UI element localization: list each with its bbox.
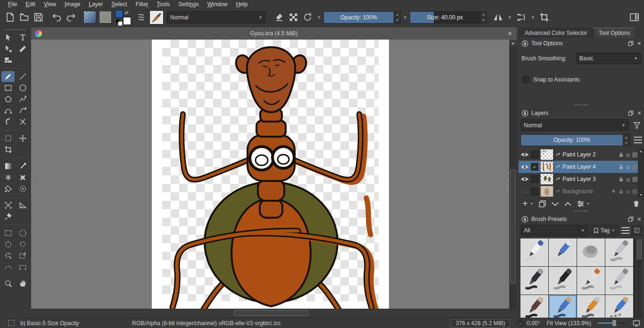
layer-blending-mode-combo[interactable]: Normal ▼ <box>520 119 629 131</box>
polyline-tool[interactable] <box>16 94 29 105</box>
layer-thumbnail[interactable] <box>540 149 553 160</box>
layer-visibility-icon[interactable] <box>520 152 529 157</box>
size-spinner[interactable]: ▲▼ <box>480 11 487 24</box>
menu-item-file[interactable]: File <box>4 0 21 8</box>
brush-preset-airbrush-pen[interactable] <box>605 238 633 266</box>
layer-checkbox[interactable] <box>531 188 538 195</box>
menu-item-select[interactable]: Select <box>107 0 131 8</box>
menu-item-window[interactable]: Window <box>203 0 232 8</box>
new-document-button[interactable] <box>3 10 17 25</box>
splitter-handle[interactable] <box>31 178 34 192</box>
layer-list-scrollbar[interactable]: ▲▼ <box>638 148 644 197</box>
edit-shapes-tool[interactable] <box>1 43 15 54</box>
preset-grid-scrollbar[interactable]: ▼ <box>636 238 642 323</box>
layer-row-paint-layer-3[interactable]: Paint Layer 3α <box>519 173 644 185</box>
layer-checkbox[interactable] <box>531 175 538 183</box>
open-document-button[interactable] <box>17 10 31 25</box>
close-docker-icon[interactable]: × <box>637 110 641 116</box>
menu-item-image[interactable]: Image <box>60 0 84 8</box>
zoom-slider[interactable] <box>598 322 626 324</box>
brush-preset-ink-pen[interactable] <box>520 267 548 295</box>
enclose-fill-tool[interactable] <box>16 183 29 194</box>
ellipse-tool[interactable] <box>16 82 29 93</box>
duplicate-layer-button[interactable] <box>538 200 546 208</box>
preset-view-mode-icon[interactable] <box>621 227 630 234</box>
horizontal-scrollbar-thumb[interactable] <box>234 310 308 316</box>
tab-advanced-color-selector[interactable]: Advanced Color Selector <box>520 28 593 38</box>
chevron-down-icon[interactable]: ▼ <box>528 15 537 20</box>
chevron-down-icon[interactable]: ▼ <box>530 202 534 206</box>
patterns-tool[interactable] <box>1 55 15 66</box>
foreground-background-colors[interactable]: ⇄ <box>115 10 132 25</box>
fullscreen-icon[interactable] <box>633 320 640 327</box>
color-sampler-tool[interactable] <box>16 161 29 172</box>
add-layer-button[interactable]: + <box>522 200 528 207</box>
freehand-brush-tool[interactable] <box>1 71 15 82</box>
brush-preset-fineliner[interactable] <box>577 267 605 295</box>
preset-scrollbar-thumb[interactable] <box>637 239 642 259</box>
menu-item-view[interactable]: View <box>40 0 60 8</box>
float-docker-icon[interactable] <box>628 41 634 46</box>
preserve-alpha-button[interactable] <box>286 10 300 25</box>
canvas-rotation-icon[interactable]: ↔ <box>517 320 524 327</box>
polygon-select-tool[interactable] <box>1 239 15 250</box>
layer-row-paint-layer-2[interactable]: Paint Layer 2α <box>519 148 644 161</box>
move-layer-down-button[interactable] <box>551 200 559 208</box>
rectangle-tool[interactable] <box>1 82 15 93</box>
gradient-tool[interactable] <box>1 161 15 172</box>
brush-preset-eraser-circle[interactable] <box>520 238 548 266</box>
vertical-scrollbar[interactable]: ▲ <box>509 40 517 309</box>
brush-size-slider[interactable]: Size: 40.00 px <box>410 11 480 24</box>
docker-lock-icon[interactable] <box>521 110 528 117</box>
preset-details-icon[interactable] <box>632 225 642 236</box>
contiguous-select-tool[interactable] <box>16 250 29 261</box>
move-layer-up-button[interactable] <box>564 200 572 208</box>
choose-workspace-button[interactable] <box>627 10 641 25</box>
eraser-mode-button[interactable] <box>272 10 286 25</box>
dynamic-brush-tool[interactable] <box>1 116 15 127</box>
reload-preset-button[interactable] <box>300 10 314 25</box>
layer-filter-icon[interactable] <box>633 121 641 130</box>
transform-tool[interactable] <box>1 133 15 144</box>
layer-properties-button[interactable] <box>577 200 585 208</box>
polygon-tool[interactable] <box>1 94 15 105</box>
undo-button[interactable] <box>50 10 64 25</box>
zoom-tool[interactable] <box>1 278 15 289</box>
select-shapes-tool[interactable] <box>1 32 15 43</box>
vertical-scrollbar-thumb[interactable] <box>510 170 516 284</box>
crop-toolbar-button[interactable] <box>537 10 552 25</box>
docker-lock-icon[interactable] <box>521 216 528 223</box>
brush-preset-eraser-stick[interactable] <box>549 238 577 266</box>
layer-opacity-slider[interactable]: Opacity: 100% <box>520 134 623 146</box>
crop-tool[interactable] <box>1 144 15 155</box>
brush-preset-airbrush-soft[interactable] <box>577 238 605 266</box>
pattern-chooser[interactable] <box>99 11 112 24</box>
tag-filter-combo[interactable]: All ▼ <box>520 225 588 236</box>
menu-item-filter[interactable]: Filter <box>132 0 153 8</box>
docker-lock-icon[interactable] <box>521 40 528 47</box>
zoom-level-text[interactable]: Fit View (133.9%) <box>547 320 591 327</box>
layer-thumbnail[interactable] <box>540 161 553 172</box>
document-titlebar[interactable]: Gyou.kra (4.5 MiB) × <box>31 27 517 40</box>
freehand-select-tool[interactable] <box>16 239 29 250</box>
document[interactable] <box>152 40 389 309</box>
gradient-chooser[interactable] <box>83 11 96 24</box>
bezier-select-tool[interactable] <box>1 262 15 272</box>
line-tool[interactable] <box>16 71 29 82</box>
delete-layer-button[interactable] <box>632 200 640 208</box>
edit-brush-settings-button[interactable] <box>149 10 164 25</box>
similar-select-tool[interactable] <box>1 250 15 261</box>
docker-drag-handle[interactable]: •••••• <box>519 210 644 213</box>
mirror-vertical-button[interactable] <box>514 10 528 25</box>
reference-images-tool[interactable] <box>1 211 15 222</box>
splitter-handle[interactable] <box>507 178 510 192</box>
layer-row-paint-layer-4[interactable]: ✓Paint Layer 4α <box>519 161 644 173</box>
colorize-mask-tool[interactable] <box>1 172 15 183</box>
menu-item-help[interactable]: Help <box>231 0 252 8</box>
layer-visibility-icon[interactable] <box>520 176 529 182</box>
close-document-icon[interactable]: × <box>508 29 512 37</box>
zoom-slider-handle[interactable] <box>612 320 616 326</box>
canvas-rotation-value[interactable]: 0.00° <box>527 320 540 327</box>
docker-drag-handle[interactable]: •••••• <box>519 104 644 107</box>
rect-select-tool[interactable] <box>1 228 15 238</box>
